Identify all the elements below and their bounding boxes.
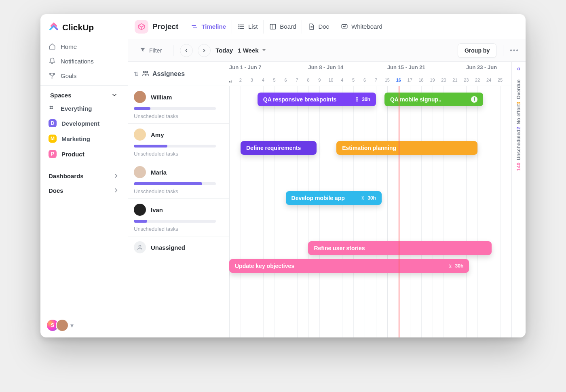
task-label: QA responsive breakpoints (263, 96, 337, 103)
spaces-header[interactable]: Spaces (44, 86, 125, 101)
task-bar[interactable]: Update key objectives30h (229, 259, 469, 273)
task-label: Estimation planning (342, 145, 396, 151)
range-selector[interactable]: 1 Week (238, 47, 266, 54)
sidebar: ClickUp Home Notifications Goals Spa (40, 14, 128, 337)
filter-button[interactable]: Filter (135, 44, 167, 57)
divider (173, 45, 173, 56)
assignee-column: ⇅ Assignees William Unscheduled tasksAmy… (128, 62, 229, 337)
space-badge: P (49, 150, 57, 158)
day-label: 4 (341, 78, 343, 82)
nav-home[interactable]: Home (44, 39, 125, 54)
rail-stat[interactable]: 3Overdue (516, 80, 522, 104)
unscheduled-label[interactable]: Unscheduled tasks (134, 113, 223, 119)
alert-icon: ! (471, 96, 477, 103)
assignee-row[interactable]: Amy Unscheduled tasks (128, 124, 229, 161)
day-label: 2 (239, 78, 242, 82)
svg-point-3 (52, 108, 53, 109)
nav-goals[interactable]: Goals (44, 68, 125, 83)
section-label: Docs (49, 187, 63, 194)
task-bar[interactable]: QA responsive breakpoints30h (258, 93, 376, 106)
range-label: 1 Week (238, 47, 258, 54)
today-button[interactable]: Today (215, 47, 233, 54)
brand-logo-icon (49, 22, 59, 33)
day-label: 16 (396, 78, 401, 82)
day-label: 1st (229, 78, 232, 83)
chevron-right-icon (112, 187, 120, 194)
section-label: Dashboards (49, 173, 84, 179)
tab-label: List (248, 23, 258, 30)
brand: ClickUp (40, 14, 128, 37)
assignee-row[interactable]: Maria Unscheduled tasks (128, 161, 229, 199)
day-label: 22 (475, 78, 480, 82)
tab-board[interactable]: Board (263, 20, 302, 34)
svg-point-0 (50, 106, 51, 107)
assignee-row[interactable]: Ivan Unscheduled tasks (128, 199, 229, 236)
assignee-row[interactable]: William Unscheduled tasks (128, 86, 229, 124)
more-menu-icon[interactable]: ••• (510, 47, 519, 54)
prev-button[interactable] (180, 44, 193, 57)
brand-name: ClickUp (62, 23, 94, 32)
space-everything[interactable]: Everything (44, 101, 125, 116)
task-label: Develop mobile app (291, 195, 345, 201)
list-icon (238, 23, 245, 30)
tab-label: Doc (318, 23, 329, 30)
day-label: 24 (486, 78, 491, 82)
group-header[interactable]: ⇅ Assignees (128, 62, 229, 86)
timeline-grid[interactable]: Jun 1 - Jun 7Jun 8 - Jun 14Jun 15 - Jun … (229, 62, 511, 337)
tab-list[interactable]: List (232, 20, 263, 34)
day-label: 4 (262, 78, 264, 82)
nav-notifications[interactable]: Notifications (44, 54, 125, 68)
calendar-header: Jun 1 - Jun 7Jun 8 - Jun 14Jun 15 - Jun … (229, 62, 511, 86)
tab-whiteboard[interactable]: Whiteboard (335, 20, 388, 34)
space-product[interactable]: P Product (44, 146, 125, 162)
sort-icon: ⇅ (134, 71, 139, 77)
day-label: 5 (273, 78, 276, 82)
tab-timeline[interactable]: Timeline (185, 20, 232, 34)
rail-stat[interactable]: 2No effort (516, 104, 522, 130)
nav-dashboards[interactable]: Dashboards (44, 169, 125, 183)
day-label: 10 (328, 78, 333, 82)
rail-label: Unscheduled (516, 130, 522, 160)
day-label: 19 (430, 78, 435, 82)
sidebar-footer[interactable]: S ▾ (40, 315, 128, 337)
unscheduled-label[interactable]: Unscheduled tasks (134, 188, 223, 194)
rail-stat[interactable]: 140Unscheduled (516, 130, 522, 171)
nav-docs[interactable]: Docs (44, 183, 125, 198)
groupby-label: Group by (465, 47, 490, 54)
breadcrumb[interactable]: Project (135, 20, 185, 34)
space-development[interactable]: D Development (44, 116, 125, 131)
assignee-row[interactable]: Unassigned (128, 236, 229, 257)
task-bar[interactable]: Estimation planning (336, 141, 477, 155)
spaces-title: Spaces (50, 92, 72, 99)
group-label: Assignees (152, 70, 185, 78)
workload-bar (134, 107, 216, 110)
avatar (134, 204, 146, 216)
task-bar[interactable]: Develop mobile app30h (286, 191, 382, 205)
task-bar[interactable]: Define requirements (241, 141, 317, 155)
task-label: Update key objectives (235, 263, 294, 269)
unscheduled-label[interactable]: Unscheduled tasks (134, 151, 223, 157)
collapse-icon[interactable]: « (517, 65, 521, 72)
task-bar[interactable]: Refine user stories (308, 241, 492, 255)
view-tabs: Project Timeline List Board Doc (128, 14, 526, 39)
primary-nav: Home Notifications Goals (40, 37, 128, 85)
groupby-button[interactable]: Group by (458, 43, 496, 58)
assignee-name: Unassigned (151, 244, 185, 251)
trophy-icon (49, 72, 56, 79)
svg-point-5 (239, 26, 239, 27)
project-icon (135, 20, 148, 34)
timeline-icon (191, 23, 198, 30)
week-label: Jun 15 - Jun 21 (387, 64, 425, 70)
everything-label: Everything (61, 105, 92, 112)
week-label: Jun 8 - Jun 14 (308, 64, 343, 70)
unscheduled-label[interactable]: Unscheduled tasks (134, 226, 223, 232)
rail-label: No effort (516, 104, 522, 124)
tab-doc[interactable]: Doc (302, 20, 335, 34)
assignee-name: Ivan (151, 207, 163, 213)
nav-label: Home (61, 43, 77, 50)
space-marketing[interactable]: M Marketing (44, 131, 125, 146)
grid-icon (49, 105, 56, 112)
next-button[interactable] (198, 44, 211, 57)
doc-icon (308, 23, 315, 30)
nav-label: Goals (61, 72, 76, 79)
